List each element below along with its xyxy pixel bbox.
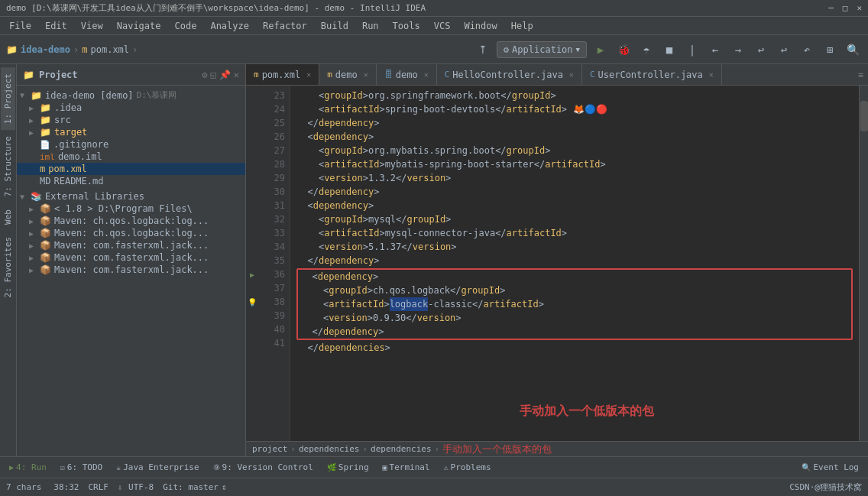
tree-item-pom[interactable]: ▶ m pom.xml: [17, 163, 245, 175]
menu-edit[interactable]: Edit: [39, 19, 73, 33]
menu-refactor[interactable]: Refactor: [257, 19, 313, 33]
panel-icon-pin[interactable]: 📌: [219, 70, 231, 80]
tree-item-readme[interactable]: ▶ MD README.md: [17, 175, 245, 187]
tree-file-icon-git: 📄: [40, 140, 50, 150]
tree-item-maven4[interactable]: ▶ 📦 Maven: com.fasterxml.jack...: [17, 251, 245, 264]
tree-item-maven5[interactable]: ▶ 📦 Maven: com.fasterxml.jack...: [17, 264, 245, 276]
minimize-btn[interactable]: ─: [828, 3, 834, 13]
tab-hello-controller[interactable]: C HelloController.java ✕: [437, 64, 582, 85]
tab-demo-db-close[interactable]: ✕: [424, 70, 429, 79]
scrollbar-thumb[interactable]: [860, 101, 868, 131]
editor-tabs-options[interactable]: ≡: [858, 70, 863, 80]
run-config-selector[interactable]: ⚙ Application ▼: [497, 41, 587, 58]
btn-version-control[interactable]: ⑨ 9: Version Control: [207, 461, 319, 474]
toolbar-btn-back[interactable]: ←: [706, 41, 724, 59]
tree-folder-icon-src: 📁: [40, 115, 51, 125]
title-text: demo [D:\慕课网\开发工具idea从入门到难不倒手\workspace\…: [6, 2, 426, 14]
panel-icon-collapse[interactable]: ◱: [211, 70, 216, 80]
code-line-33: <artifactId>mysql-connector-java</artifa…: [296, 226, 853, 240]
menu-build[interactable]: Build: [315, 19, 355, 33]
stop-button[interactable]: ■: [660, 41, 679, 59]
coverage-button[interactable]: ☂: [637, 41, 656, 59]
tree-item-jdk[interactable]: ▶ 📦 < 1.8 > D:\Program Files\: [17, 203, 245, 215]
btn-problems[interactable]: ⚠ Problems: [438, 461, 497, 474]
btn-run-label: 4: Run: [16, 462, 47, 472]
breadcrumb-sep2: ›: [132, 44, 138, 55]
toolbar-btn-r1[interactable]: ↩: [752, 41, 770, 59]
breadcrumb-file[interactable]: pom.xml: [91, 44, 130, 55]
tree-root[interactable]: ▼ 📁 idea-demo [demo] D:\慕课网: [17, 89, 245, 102]
btn-java-enterprise[interactable]: ☕ Java Enterprise: [110, 461, 205, 474]
tab-demo-xml[interactable]: m demo ✕: [319, 64, 377, 85]
sidebar-item-web[interactable]: Web: [1, 203, 15, 231]
tab-user-close[interactable]: ✕: [709, 70, 714, 79]
btn-terminal[interactable]: ▣ Terminal: [377, 461, 436, 474]
tree-item-src[interactable]: ▶ 📁 src: [17, 114, 245, 126]
tab-pom-xml[interactable]: m pom.xml ✕: [246, 64, 319, 85]
editor-scrollbar[interactable]: [859, 86, 868, 441]
tab-user-controller[interactable]: C UserController.java ✕: [582, 64, 722, 85]
toolbar-icon1[interactable]: ⤒: [474, 41, 492, 59]
btn-todo[interactable]: ☑ 6: TODO: [54, 461, 108, 474]
debug-button[interactable]: 🐞: [614, 41, 633, 59]
menu-window[interactable]: Window: [458, 19, 503, 33]
tree-label-git: .gitignore: [53, 139, 108, 150]
menu-navigate[interactable]: Navigate: [111, 19, 167, 33]
breadcrumb-xml-icon: m: [82, 44, 87, 55]
tab-user-label: UserController.java: [598, 70, 703, 80]
btn-run[interactable]: ▶ 4: Run: [3, 461, 53, 474]
breadcrumb-project[interactable]: idea-demo: [21, 44, 70, 55]
tab-hello-close[interactable]: ✕: [569, 70, 574, 79]
tree-item-target[interactable]: ▶ 📁 target: [17, 126, 245, 138]
tab-pom-xml-close[interactable]: ✕: [306, 70, 311, 79]
tree-item-extlib[interactable]: ▼ 📚 External Libraries: [17, 190, 245, 203]
sidebar-item-structure[interactable]: 7: Structure: [1, 130, 15, 203]
menu-view[interactable]: View: [75, 19, 109, 33]
menu-file[interactable]: File: [3, 19, 37, 33]
menu-analyze[interactable]: Analyze: [204, 19, 255, 33]
code-editor[interactable]: <groupId>org.springframework.boot</group…: [290, 86, 859, 441]
menu-tools[interactable]: Tools: [387, 19, 426, 33]
sidebar-item-project[interactable]: 1: Project: [1, 67, 15, 130]
menu-vcs[interactable]: VCS: [428, 19, 457, 33]
toolbar-btn-search[interactable]: 🔍: [844, 41, 862, 59]
tree-maven5-icon: 📦: [40, 264, 51, 275]
toolbar-btn-fwd[interactable]: →: [729, 41, 747, 59]
tree-item-maven1[interactable]: ▶ 📦 Maven: ch.qos.logback:log...: [17, 215, 245, 227]
panel-icon-close[interactable]: ✕: [234, 70, 239, 80]
highlighted-dependency-block: <dependency> <groupId>ch.qos.logback</gr…: [296, 268, 853, 340]
btn-java-enterprise-label: Java Enterprise: [123, 462, 199, 472]
tree-item-idea[interactable]: ▶ 📁 .idea: [17, 102, 245, 114]
sidebar-item-favorites[interactable]: 2: Favorites: [1, 231, 15, 303]
tree-item-gitignore[interactable]: ▶ 📄 .gitignore: [17, 138, 245, 151]
maximize-btn[interactable]: □: [843, 3, 848, 13]
toolbar-btn-r2[interactable]: ↩: [775, 41, 793, 59]
btn-spring[interactable]: 🌿 Spring: [321, 461, 375, 474]
toolbar-btn-grid[interactable]: ⊞: [821, 41, 839, 59]
code-line-23: <groupId>org.springframework.boot</group…: [296, 89, 853, 102]
tab-demo-db[interactable]: 🗄 demo ✕: [377, 64, 437, 85]
menu-help[interactable]: Help: [505, 19, 539, 33]
close-btn[interactable]: ✕: [857, 3, 862, 13]
status-line-ending-arrow: ⇩: [118, 483, 122, 491]
tree-label-idea: .idea: [54, 102, 82, 113]
run-button[interactable]: ▶: [591, 41, 610, 59]
tree-item-maven3[interactable]: ▶ 📦 Maven: com.fasterxml.jack...: [17, 239, 245, 251]
menu-run[interactable]: Run: [356, 19, 385, 33]
toolbar: 📁 idea-demo › m pom.xml › ⤒ ⚙ Applicatio…: [0, 35, 868, 64]
status-vcs: Git: master: [163, 482, 219, 492]
tree-item-maven2[interactable]: ▶ 📦 Maven: ch.qos.logback:log...: [17, 227, 245, 239]
btn-event-log[interactable]: 🔍 Event Log: [795, 461, 865, 474]
panel-icon-gear[interactable]: ⚙: [202, 70, 207, 80]
tree-label-maven2: Maven: ch.qos.logback:log...: [54, 228, 209, 238]
status-encoding: UTF-8: [128, 482, 154, 492]
tab-demo-close[interactable]: ✕: [364, 70, 368, 79]
project-panel-header: 📁 Project ⚙ ◱ 📌 ✕: [17, 64, 245, 86]
tree-item-iml[interactable]: ▶ iml demo.iml: [17, 151, 245, 163]
status-chars: 7 chars: [6, 482, 41, 492]
gutter-run-icon[interactable]: ▶: [246, 267, 258, 281]
menu-code[interactable]: Code: [169, 19, 203, 33]
toolbar-btn-undo[interactable]: ↶: [798, 41, 816, 59]
btn-version-control-label: 9: Version Control: [222, 462, 313, 472]
gutter-bulb-icon[interactable]: 💡: [246, 295, 258, 309]
